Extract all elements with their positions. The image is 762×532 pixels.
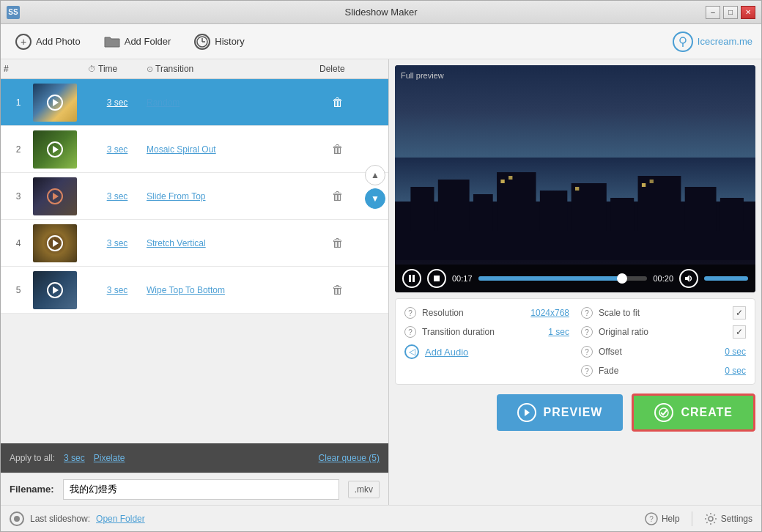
table-row[interactable]: 4 3 sec Stretch Vertical 🗑 bbox=[1, 220, 388, 267]
settings-button[interactable]: Settings bbox=[704, 512, 752, 525]
progress-fill bbox=[478, 276, 622, 281]
history-button[interactable]: History bbox=[188, 31, 250, 53]
scroll-up-button[interactable]: ▲ bbox=[365, 165, 385, 185]
time-link-4[interactable]: 3 sec bbox=[88, 238, 147, 248]
main-window: SS Slideshow Maker – □ ✕ + Add Photo Add… bbox=[0, 0, 762, 532]
col-time-header: ⏱ Time bbox=[88, 64, 147, 74]
time-link-3[interactable]: 3 sec bbox=[88, 191, 147, 202]
resolution-row: ? Resolution 1024x768 bbox=[404, 306, 569, 319]
svg-rect-21 bbox=[575, 187, 579, 191]
transition-link-2[interactable]: Mosaic Spiral Out bbox=[147, 144, 319, 155]
delete-button-5[interactable]: 🗑 bbox=[319, 284, 356, 297]
create-check-icon bbox=[654, 403, 673, 422]
delete-button-1[interactable]: 🗑 bbox=[319, 96, 356, 109]
fade-value[interactable]: 0 sec bbox=[725, 366, 746, 376]
clock-icon: ⏱ bbox=[88, 64, 96, 73]
status-record-icon bbox=[10, 511, 24, 526]
play-icon bbox=[47, 95, 63, 111]
open-folder-link[interactable]: Open Folder bbox=[96, 514, 145, 524]
delete-button-2[interactable]: 🗑 bbox=[319, 143, 356, 156]
delete-button-4[interactable]: 🗑 bbox=[319, 237, 356, 250]
thumbnail-5 bbox=[33, 271, 77, 309]
fade-help-icon[interactable]: ? bbox=[581, 365, 593, 377]
filename-label: Filename: bbox=[10, 484, 54, 495]
close-button[interactable]: ✕ bbox=[741, 6, 755, 19]
offset-value[interactable]: 0 sec bbox=[725, 347, 746, 357]
add-photo-button[interactable]: + Add Photo bbox=[10, 31, 86, 53]
time-link-2[interactable]: 3 sec bbox=[88, 144, 147, 155]
transition-link-4[interactable]: Stretch Vertical bbox=[147, 238, 319, 248]
table-row[interactable]: 2 3 sec Mosaic Spiral Out 🗑 bbox=[1, 126, 388, 173]
add-folder-button[interactable]: Add Folder bbox=[98, 31, 177, 53]
svg-rect-20 bbox=[650, 180, 654, 183]
col-delete-header: Delete bbox=[319, 64, 356, 74]
help-button[interactable]: ? Help bbox=[645, 512, 680, 525]
transition-link-5[interactable]: Wipe Top To Bottom bbox=[147, 285, 319, 295]
maximize-button[interactable]: □ bbox=[723, 6, 738, 19]
filename-input[interactable] bbox=[63, 479, 339, 500]
volume-bar[interactable] bbox=[704, 276, 748, 281]
transition-help-icon[interactable]: ? bbox=[404, 326, 416, 338]
preview-button[interactable]: PREVIEW bbox=[497, 394, 624, 431]
original-ratio-checkbox[interactable]: ✓ bbox=[733, 325, 746, 339]
svg-rect-9 bbox=[473, 194, 493, 231]
scroll-controls: ▲ ▼ bbox=[365, 165, 385, 209]
offset-label: Offset bbox=[599, 347, 622, 357]
apply-transition-link[interactable]: Pixelate bbox=[94, 453, 125, 463]
add-audio-row: ◁ Add Audio bbox=[404, 344, 569, 359]
svg-rect-8 bbox=[438, 180, 470, 231]
add-audio-icon[interactable]: ◁ bbox=[404, 344, 419, 359]
resolution-label: Resolution bbox=[422, 308, 464, 318]
svg-point-3 bbox=[680, 37, 686, 43]
scale-to-fit-checkbox[interactable]: ✓ bbox=[733, 306, 746, 319]
time-link-1[interactable]: 3 sec bbox=[88, 97, 147, 108]
row-num-4: 4 bbox=[4, 238, 33, 248]
icecream-button[interactable]: Icecream.me bbox=[673, 32, 752, 52]
history-icon bbox=[194, 34, 210, 50]
pause-button[interactable] bbox=[402, 269, 421, 288]
ratio-help-icon[interactable]: ? bbox=[581, 326, 593, 338]
row-num-3: 3 bbox=[4, 191, 33, 202]
play-icon bbox=[47, 282, 63, 298]
progress-bar[interactable] bbox=[478, 276, 648, 281]
svg-rect-23 bbox=[413, 275, 415, 282]
preview-label: Full preview bbox=[401, 71, 444, 80]
play-triangle-icon bbox=[53, 146, 59, 153]
clear-queue-button[interactable]: Clear queue (5) bbox=[319, 453, 380, 463]
add-photo-icon: + bbox=[15, 34, 32, 50]
play-icon bbox=[47, 235, 63, 251]
delete-button-3[interactable]: 🗑 bbox=[319, 190, 356, 203]
right-panel: Full preview bbox=[389, 59, 761, 505]
icecream-icon bbox=[673, 32, 693, 52]
table-row[interactable]: 3 3 sec Slide From Top 🗑 bbox=[1, 173, 388, 220]
svg-point-30 bbox=[709, 517, 713, 521]
svg-rect-19 bbox=[642, 183, 646, 187]
progress-thumb bbox=[617, 273, 627, 284]
transition-link-1[interactable]: Random bbox=[147, 97, 319, 108]
offset-help-icon[interactable]: ? bbox=[581, 346, 593, 358]
transition-icon: ⊙ bbox=[147, 64, 153, 74]
scroll-down-button[interactable]: ▼ bbox=[365, 188, 385, 209]
svg-point-26 bbox=[659, 408, 668, 417]
apply-to-all-label: Apply to all: bbox=[10, 453, 55, 463]
add-audio-button[interactable]: Add Audio bbox=[425, 347, 468, 358]
table-row[interactable]: 5 3 sec Wipe Top To Bottom 🗑 bbox=[1, 267, 388, 314]
status-right: ? Help Settings bbox=[645, 511, 752, 526]
apply-time-link[interactable]: 3 sec bbox=[64, 453, 85, 463]
time-link-5[interactable]: 3 sec bbox=[88, 285, 147, 295]
resolution-value[interactable]: 1024x768 bbox=[530, 308, 569, 318]
transition-link-3[interactable]: Slide From Top bbox=[147, 191, 319, 202]
transition-duration-value[interactable]: 1 sec bbox=[548, 327, 569, 337]
scale-to-fit-label: Scale to fit bbox=[599, 308, 640, 318]
thumbnail-4 bbox=[33, 224, 77, 262]
stop-button[interactable] bbox=[427, 269, 446, 288]
minimize-button[interactable]: – bbox=[706, 6, 720, 19]
scale-help-icon[interactable]: ? bbox=[581, 307, 593, 319]
create-button[interactable]: CREATE bbox=[632, 394, 755, 432]
table-row[interactable]: 1 3 sec Random 🗑 bbox=[1, 79, 388, 126]
thumbnail-2 bbox=[33, 130, 77, 169]
status-left: Last slideshow: Open Folder bbox=[10, 511, 145, 526]
photo-table: 1 3 sec Random 🗑 2 bbox=[1, 79, 388, 314]
volume-button[interactable] bbox=[679, 269, 698, 288]
resolution-help-icon[interactable]: ? bbox=[404, 307, 416, 319]
